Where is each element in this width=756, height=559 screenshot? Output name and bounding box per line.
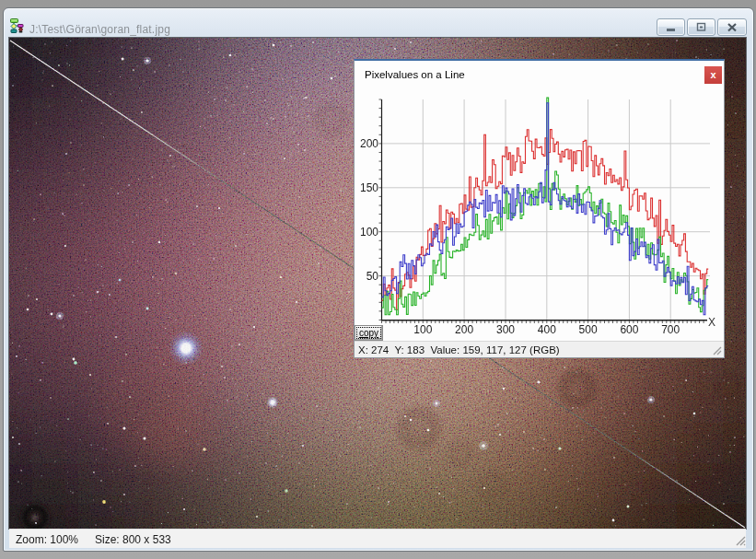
svg-text:200: 200: [360, 137, 378, 150]
svg-text:100: 100: [360, 226, 378, 239]
svg-text:300: 300: [496, 323, 515, 336]
svg-text:X: X: [708, 316, 715, 329]
svg-text:600: 600: [620, 323, 638, 336]
svg-text:200: 200: [455, 323, 473, 336]
svg-text:400: 400: [538, 323, 556, 336]
svg-text:100: 100: [413, 323, 432, 336]
svg-text:500: 500: [579, 323, 598, 336]
svg-text:700: 700: [661, 323, 680, 336]
svg-text:50: 50: [366, 270, 379, 283]
svg-text:150: 150: [360, 181, 378, 194]
